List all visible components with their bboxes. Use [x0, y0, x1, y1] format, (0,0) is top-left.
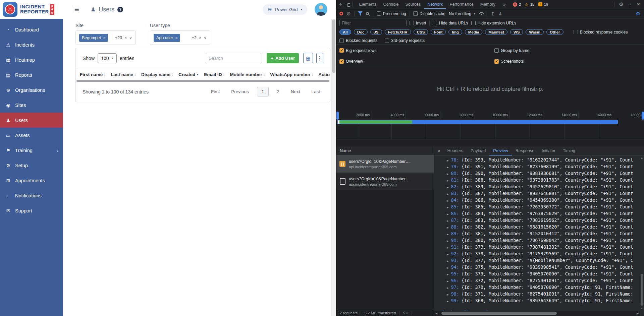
page-scrollbar-thumb[interactable] [332, 19, 335, 73]
filter-chip[interactable]: Doc [354, 29, 368, 35]
search-icon[interactable] [366, 12, 369, 15]
expand-triangle-icon[interactable]: ▶ [447, 226, 448, 229]
column-header[interactable]: Mobile number ▲ ▼ [230, 72, 265, 77]
json-array-item-row[interactable]: ▶83:{Id: 387, MobileNumber: "8937646801"… [434, 190, 644, 197]
third-party-requests-checkbox[interactable]: 3rd-party requests [385, 38, 425, 43]
remove-tag-icon[interactable]: × [175, 36, 177, 40]
column-header[interactable]: First name ▲ ▼ [80, 72, 106, 77]
json-array-item-row[interactable]: ▶95:{Id: 373, MobileNumber: "9405070090"… [434, 270, 644, 277]
clear-all-icon[interactable]: × [199, 36, 201, 40]
hide-extension-urls-checkbox[interactable]: Hide extension URLs [471, 21, 517, 25]
filter-funnel-icon[interactable] [358, 11, 363, 16]
filter-chip[interactable]: Img [448, 29, 462, 35]
checkbox-icon[interactable] [413, 11, 418, 16]
export-har-icon[interactable]: ↧ [498, 11, 502, 17]
checkbox-icon[interactable] [410, 21, 414, 25]
json-array-item-row[interactable]: ▶90:{Id: 380, MobileNumber: "7067698042"… [434, 237, 644, 244]
checkbox-icon[interactable] [494, 48, 499, 53]
expand-triangle-icon[interactable]: ▶ [447, 179, 448, 182]
more-tabs-icon[interactable]: » [502, 2, 507, 7]
expand-triangle-icon[interactable]: ▶ [447, 159, 448, 162]
json-array-item-row[interactable]: ▶81:{Id: 388, MobileNumber: "9373891783"… [434, 177, 644, 183]
sidebar-item[interactable]: ◉ Sites [0, 98, 63, 113]
expand-triangle-icon[interactable]: ▶ [447, 239, 448, 243]
overview-right-handle[interactable] [642, 112, 644, 120]
sort-icon[interactable]: ▲ ▼ [263, 73, 265, 76]
expand-triangle-icon[interactable]: ▶ [447, 279, 448, 283]
json-array-item-row[interactable]: ▶94:{Id: 375, MobileNumber: "9039998541"… [434, 264, 644, 270]
expand-triangle-icon[interactable]: ▶ [447, 219, 448, 223]
column-header[interactable]: Email ID ▲ ▼ [204, 72, 225, 77]
settings-gear-icon[interactable]: ⚙ [619, 1, 623, 7]
overview-checkbox[interactable]: Overview [339, 59, 363, 64]
filter-chip[interactable]: Media [465, 29, 483, 35]
issue-badges[interactable]: × 2 ⚠ 13 ! 19 [513, 2, 550, 7]
filter-chip[interactable]: Font [431, 29, 446, 35]
column-header[interactable]: Action [318, 72, 330, 77]
page-scrollbar[interactable] [331, 19, 336, 316]
sidebar-item[interactable]: ⚙ Setup [0, 158, 63, 173]
json-array-item-row[interactable]: ▶86:{Id: 384, MobileNumber: "9763875629"… [434, 210, 644, 217]
filter-chip[interactable]: CSS [414, 29, 428, 35]
expand-triangle-icon[interactable]: ▶ [447, 259, 448, 263]
table-horizontal-scrollbar[interactable] [76, 80, 329, 82]
sidebar-item[interactable]: ◔ Dashboard [0, 22, 63, 37]
checkbox-icon[interactable] [339, 39, 344, 43]
sidebar-item[interactable]: ⚑ Training ‹ [0, 143, 63, 158]
pagination-item[interactable]: Previous [228, 87, 252, 96]
devtools-menu-icon[interactable]: ⋮ [628, 2, 633, 7]
overview-left-handle[interactable] [336, 112, 339, 120]
filter-chip[interactable]: WS [510, 29, 523, 35]
pagination-item[interactable]: Last [308, 87, 323, 96]
chevron-down-icon[interactable]: ∨ [204, 36, 207, 40]
blocked-response-cookies-checkbox[interactable]: Blocked response cookies [574, 30, 628, 35]
request-row[interactable]: users?OrgId=10&PageNumber… api.incidentr… [336, 155, 434, 173]
expand-triangle-icon[interactable]: ▶ [447, 253, 448, 256]
sort-icon[interactable]: ▼ [196, 74, 199, 75]
expand-triangle-icon[interactable]: ▶ [447, 172, 448, 176]
json-array-item-row[interactable]: ▶96:{Id: 372, MobileNumber: "8275401091"… [434, 277, 644, 284]
json-array-item-row[interactable]: ▶85:{Id: 385, MobileNumber: "7263930772"… [434, 203, 644, 210]
close-details-icon[interactable]: × [434, 148, 444, 154]
json-array-item-row[interactable]: ▶78:{Id: 393, MobileNumber: "9162202744"… [434, 156, 644, 163]
vertical-scrollbar[interactable]: ▲ ▼ [640, 155, 644, 311]
usertype-multiselect[interactable]: App user × +2 × ∨ [150, 30, 210, 45]
hide-data-urls-checkbox[interactable]: Hide data URLs [433, 21, 468, 25]
org-selector[interactable]: ⊕ Power Grid ▾ [263, 4, 307, 15]
network-filter-input[interactable] [339, 20, 407, 26]
scroll-up-icon[interactable]: ▲ [640, 156, 643, 160]
json-array-item-row[interactable]: ▶89:{Id: 381, MobileNumber: "9152010412"… [434, 230, 644, 237]
json-array-item-row[interactable]: ▶88:{Id: 382, MobileNumber: "9881615620"… [434, 224, 644, 230]
group-by-frame-checkbox[interactable]: Group by frame [494, 48, 529, 53]
sidebar-item[interactable]: ♩ Notifications [0, 188, 63, 203]
clear-all-icon[interactable]: × [124, 36, 127, 40]
sort-icon[interactable]: ▲ ▼ [134, 73, 136, 76]
app-logo[interactable]: ⚠ INCIDENT REPORTER 365 [0, 0, 63, 19]
expand-triangle-icon[interactable]: ▶ [447, 286, 448, 290]
scroll-right-icon[interactable]: ▶ [635, 312, 640, 315]
details-tab[interactable]: Initiator [538, 146, 559, 155]
page-size-select[interactable]: 100 ▾ [98, 53, 116, 63]
vertical-scrollbar-thumb[interactable] [641, 274, 643, 306]
json-array-item-row[interactable]: ▶91:{Id: 379, MobileNumber: "7987481332"… [434, 244, 644, 250]
filter-chip[interactable]: Manifest [485, 29, 507, 35]
help-icon[interactable]: ? [117, 7, 123, 12]
devtools-tab[interactable]: Elements [356, 0, 380, 9]
checkbox-checked-icon[interactable] [339, 48, 344, 53]
devtools-tab[interactable]: Memory [477, 0, 499, 9]
expand-triangle-icon[interactable]: ▶ [447, 192, 448, 196]
expand-triangle-icon[interactable]: ▶ [447, 246, 448, 249]
checkbox-icon[interactable] [433, 21, 437, 25]
site-multiselect[interactable]: Begumpet × +20 × ∨ [75, 30, 136, 45]
network-settings-gear-icon[interactable]: ⚙ [636, 11, 641, 17]
export-grid-button[interactable]: ▦ [303, 53, 313, 63]
json-array-item-row[interactable]: ▶79:{Id: 391, MobileNumber: "8237608199"… [434, 163, 644, 170]
json-array-item-row[interactable]: ▶97:{Id: 370, MobileNumber: "9405070090"… [434, 284, 644, 291]
expand-triangle-icon[interactable]: ▶ [447, 233, 448, 236]
json-array-item-row[interactable]: ▶98:{Id: 371, MobileNumber: "8275401091"… [434, 291, 644, 297]
filter-chip[interactable]: Other [546, 29, 564, 35]
devtools-tab[interactable]: Sources [402, 0, 424, 9]
details-tab[interactable]: Preview [489, 146, 512, 155]
column-header[interactable]: Last name ▲ ▼ [111, 72, 136, 77]
expand-triangle-icon[interactable]: ▶ [447, 300, 448, 303]
